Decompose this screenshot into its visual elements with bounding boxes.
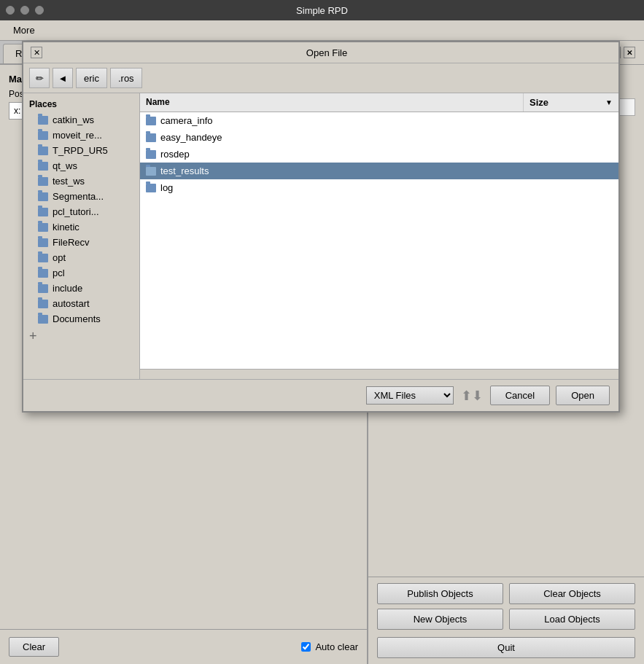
left-bottom: Clear Auto clear <box>0 629 367 664</box>
places-label: qt_ws <box>53 160 77 171</box>
publish-objects-button[interactable]: Publish Objects <box>377 583 503 604</box>
auto-clear-label: Auto clear <box>315 641 358 652</box>
places-item-catkin[interactable]: catkin_ws <box>23 112 139 128</box>
folder-icon <box>38 223 48 232</box>
file-name-log: log <box>160 182 613 193</box>
title-bar-controls <box>6 6 44 15</box>
dialog-close-button[interactable]: ✕ <box>31 47 42 58</box>
folder-icon <box>38 300 48 308</box>
breadcrumb-ros[interactable]: .ros <box>110 68 142 88</box>
size-label: Size <box>529 97 548 108</box>
folder-icon <box>38 116 48 125</box>
folder-icon <box>38 315 48 324</box>
folder-icon <box>38 147 48 155</box>
file-name-camera-info: camera_info <box>160 115 613 126</box>
places-item-documents[interactable]: Documents <box>23 311 139 327</box>
places-item-segmenta[interactable]: Segmenta... <box>23 189 139 204</box>
places-add-button[interactable]: + <box>23 327 139 346</box>
places-item-pcl2[interactable]: pcl <box>23 265 139 281</box>
right-bottom: Publish Objects Clear Objects New Object… <box>368 577 644 664</box>
places-label: FileRecv <box>53 237 90 248</box>
places-item-pcl[interactable]: pcl_tutori... <box>23 204 139 219</box>
places-label: Documents <box>53 313 101 324</box>
sort-arrow-icon: ▼ <box>605 98 613 106</box>
places-item-include[interactable]: include <box>23 281 139 296</box>
places-item-kinetic[interactable]: kinetic <box>23 219 139 235</box>
file-row-test-results[interactable]: test_results <box>140 163 618 179</box>
folder-icon <box>38 238 48 247</box>
file-row-log[interactable]: log <box>140 179 618 196</box>
places-item-testws[interactable]: test_ws <box>23 173 139 189</box>
places-label: pcl_tutori... <box>53 206 99 217</box>
file-row-rosdep[interactable]: rosdep <box>140 146 618 163</box>
folder-icon <box>38 192 48 201</box>
btn-row-1: Publish Objects Clear Objects <box>377 583 635 604</box>
close-panel-icon[interactable]: ✕ <box>624 47 635 58</box>
folder-icon <box>38 131 48 140</box>
places-label: pcl <box>53 267 65 278</box>
app-title: Simple RPD <box>296 5 348 16</box>
places-item-moveit[interactable]: moveit_re... <box>23 128 139 143</box>
places-item-qtws[interactable]: qt_ws <box>23 158 139 173</box>
places-panel: Places catkin_ws moveit_re... T_RPD_UR5 … <box>23 93 140 379</box>
back-icon: ◄ <box>58 73 68 84</box>
places-label: Segmenta... <box>53 191 104 202</box>
new-objects-button[interactable]: New Objects <box>377 609 503 630</box>
places-label: moveit_re... <box>53 130 102 141</box>
folder-icon <box>146 117 156 125</box>
quit-button[interactable]: Quit <box>377 637 635 658</box>
file-name-easy-handeye: easy_handeye <box>160 132 613 143</box>
places-label: opt <box>53 252 66 263</box>
file-row-easy-handeye[interactable]: easy_handeye <box>140 129 618 146</box>
clear-button[interactable]: Clear <box>9 637 59 657</box>
file-type-filter[interactable]: XML Files <box>366 386 454 405</box>
load-objects-button[interactable]: Load Objects <box>509 609 635 630</box>
places-label: test_ws <box>53 176 85 187</box>
folder-icon <box>38 284 48 293</box>
breadcrumb-eric[interactable]: eric <box>76 68 107 88</box>
maximize-button[interactable] <box>35 6 44 15</box>
close-button[interactable] <box>6 6 15 15</box>
folder-icon <box>38 162 48 171</box>
dialog-title-bar: ✕ Open File <box>23 42 618 63</box>
places-label: kinetic <box>53 222 79 233</box>
open-button[interactable]: Open <box>556 386 610 405</box>
dialog-bottom: XML Files ⬆⬇ Cancel Open <box>23 379 618 411</box>
folder-icon <box>146 184 156 192</box>
places-label: catkin_ws <box>53 114 94 125</box>
dialog-toolbar: ✏ ◄ eric .ros <box>23 63 618 93</box>
folder-icon <box>38 208 48 216</box>
folder-icon <box>38 254 48 262</box>
cancel-button[interactable]: Cancel <box>490 386 550 405</box>
back-toolbar-button[interactable]: ◄ <box>53 68 73 88</box>
title-bar: Simple RPD <box>0 0 644 20</box>
col-size-header: Size ▼ <box>524 93 618 112</box>
edit-toolbar-button[interactable]: ✏ <box>29 68 50 88</box>
file-row-camera-info[interactable]: camera_info <box>140 112 618 129</box>
auto-clear-checkbox[interactable] <box>301 642 311 652</box>
menu-bar: More <box>0 20 644 41</box>
minimize-button[interactable] <box>20 6 29 15</box>
dialog-title: Open File <box>42 47 611 58</box>
places-item-autostart[interactable]: autostart <box>23 296 139 311</box>
places-item-opt[interactable]: opt <box>23 250 139 265</box>
folder-icon <box>38 269 48 278</box>
btn-row-2: New Objects Load Objects <box>377 609 635 630</box>
dialog-body: Places catkin_ws moveit_re... T_RPD_UR5 … <box>23 93 618 379</box>
open-file-dialog: ✕ Open File ✏ ◄ eric .ros Places catkin_… <box>22 41 620 413</box>
auto-clear-area: Auto clear <box>301 641 358 652</box>
col-name-header[interactable]: Name <box>140 93 524 112</box>
folder-icon <box>146 133 156 142</box>
file-name-test-results: test_results <box>160 165 613 176</box>
places-label: T_RPD_UR5 <box>53 145 108 156</box>
places-item-filerecv[interactable]: FileRecv <box>23 235 139 250</box>
places-label: include <box>53 283 82 294</box>
horizontal-scrollbar[interactable] <box>140 369 618 379</box>
places-item-trpd[interactable]: T_RPD_UR5 <box>23 143 139 158</box>
clear-objects-button[interactable]: Clear Objects <box>509 583 635 604</box>
menu-more[interactable]: More <box>6 22 42 39</box>
file-name-rosdep: rosdep <box>160 149 613 160</box>
files-header: Name Size ▼ <box>140 93 618 112</box>
places-label: autostart <box>53 298 90 309</box>
files-panel: Name Size ▼ camera_info easy_handeye ros <box>140 93 618 379</box>
